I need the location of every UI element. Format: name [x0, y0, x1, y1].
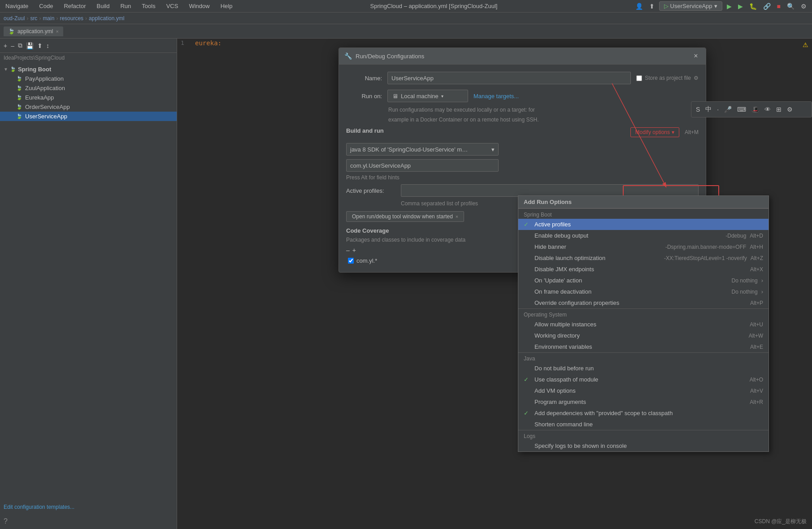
sidebar-item-payapplication[interactable]: 🍃 PayApplication: [0, 74, 177, 83]
ime-symbol-button[interactable]: ·: [715, 105, 721, 114]
tag-close-icon[interactable]: ×: [456, 214, 458, 219]
menu-code[interactable]: Code: [37, 2, 55, 10]
menu-item-on-update[interactable]: On 'Update' action Do nothing ›: [518, 275, 769, 286]
menu-navigate[interactable]: Navigate: [4, 2, 30, 10]
menu-item-vm-options[interactable]: Add VM options Alt+V: [518, 385, 769, 396]
settings-button[interactable]: ⚙: [799, 2, 808, 11]
run-config-name: UserServiceApp: [670, 3, 712, 9]
stop-button[interactable]: ■: [775, 2, 782, 11]
sidebar-item-eurekaapp[interactable]: 🍃 EurekaApp: [0, 93, 177, 102]
breadcrumb: oud-Zuul › src › main › resources › appl…: [0, 13, 812, 24]
ime-settings-button[interactable]: ⚙: [785, 105, 795, 114]
env-vars-text: Environment variables: [534, 343, 747, 350]
menu-item-override-config[interactable]: Override configuration properties Alt+P: [518, 297, 769, 308]
profile-button[interactable]: 👤: [634, 2, 645, 11]
coverage-add-button[interactable]: +: [352, 247, 356, 254]
ime-logo-button[interactable]: S: [694, 105, 702, 114]
menu-item-on-frame[interactable]: On frame deactivation Do nothing ›: [518, 286, 769, 297]
menu-refactor[interactable]: Refactor: [62, 2, 87, 10]
menu-tools[interactable]: Tools: [140, 2, 157, 10]
store-as-project-checkbox[interactable]: [636, 75, 642, 81]
menu-item-allow-multiple[interactable]: Allow multiple instances Alt+U: [518, 319, 769, 330]
coverage-run-button[interactable]: ▶: [736, 2, 745, 11]
editor-tab-application-yml[interactable]: 🍃 application.yml ×: [4, 26, 63, 36]
name-input[interactable]: [387, 72, 631, 84]
open-window-label: Open run/debug tool window when started: [352, 213, 453, 220]
menu-item-active-profiles[interactable]: ✓ Active profiles: [518, 219, 769, 230]
breadcrumb-sep1: ›: [26, 15, 28, 22]
menu-item-use-classpath[interactable]: ✓ Use classpath of module Alt+O: [518, 374, 769, 385]
menu-build[interactable]: Build: [95, 2, 112, 10]
run-button[interactable]: ▶: [725, 2, 734, 11]
menu-item-shorten-cmdline[interactable]: Shorten command line: [518, 419, 769, 430]
menu-section-spring-boot: Spring Boot: [518, 208, 769, 219]
spring-boot-header[interactable]: ▼ 🍃 Spring Boot: [0, 65, 177, 74]
breadcrumb-zuul[interactable]: oud-Zuul: [4, 15, 25, 22]
menu-help[interactable]: Help: [219, 2, 234, 10]
disable-launch-text: Disable launch optimization: [534, 255, 658, 261]
vcs-button[interactable]: ⬆: [647, 2, 656, 11]
active-profiles-input[interactable]: [401, 184, 699, 197]
breadcrumb-file[interactable]: application.yml: [89, 15, 124, 22]
coverage-remove-button[interactable]: –: [346, 247, 350, 254]
breadcrumb-src[interactable]: src: [30, 15, 37, 22]
manage-targets-link[interactable]: Manage targets...: [473, 93, 519, 100]
save-config-icon[interactable]: 💾: [26, 42, 34, 49]
top-right-toolbar: 👤 ⬆ ▷ UserServiceApp ▾ ▶ ▶ 🐛 🔗 ■ 🔍 ⚙: [634, 1, 808, 11]
breadcrumb-main[interactable]: main: [43, 15, 54, 22]
modify-options-button[interactable]: Modify options ▾: [630, 127, 679, 137]
sidebar-item-userserviceapp[interactable]: 🍃 UserServiceApp: [0, 112, 177, 121]
menu-item-program-args[interactable]: Program arguments Alt+R: [518, 396, 769, 408]
run-config-selector[interactable]: ▷ UserServiceApp ▾: [659, 1, 722, 11]
store-settings-icon[interactable]: ⚙: [694, 75, 699, 81]
main-class-input[interactable]: [346, 159, 499, 172]
menu-item-no-build[interactable]: Do not build before run: [518, 363, 769, 374]
ime-eye-button[interactable]: 👁: [763, 105, 773, 114]
ime-keyboard-button[interactable]: ⌨: [735, 105, 748, 114]
coverage-item-text: com.yl.*: [356, 257, 377, 264]
on-update-arrow-icon: ›: [761, 277, 763, 284]
menu-item-add-deps[interactable]: ✓ Add dependencies with "provided" scope…: [518, 408, 769, 419]
breadcrumb-sep2: ›: [39, 15, 41, 22]
tab-close-button[interactable]: ×: [56, 29, 58, 34]
menu-item-enable-debug[interactable]: Enable debug output -Ddebug Alt+D: [518, 230, 769, 241]
run-on-dropdown[interactable]: 🖥 Local machine ▾: [387, 90, 468, 102]
ime-voice-button[interactable]: 🎤: [722, 105, 734, 114]
menu-item-hide-banner[interactable]: Hide banner -Dspring.main.banner-mode=OF…: [518, 241, 769, 252]
sidebar-item-orderserviceapp[interactable]: 🍃 OrderServiceApp: [0, 102, 177, 112]
help-icon[interactable]: ?: [0, 514, 177, 529]
menu-section-java: Java: [518, 352, 769, 363]
coverage-item-checkbox[interactable]: [348, 258, 354, 264]
menu-run[interactable]: Run: [118, 2, 133, 10]
menu-item-specify-logs[interactable]: Specify logs to be shown in console: [518, 440, 769, 451]
menu-item-env-vars[interactable]: Environment variables Alt+E: [518, 341, 769, 352]
sdk-selector[interactable]: java 8 SDK of 'SpringCloud-UserService' …: [346, 143, 499, 156]
add-config-icon[interactable]: +: [4, 42, 7, 49]
debug-button[interactable]: 🐛: [747, 2, 759, 11]
sidebar-item-zuulapplication[interactable]: 🍃 ZuulApplication: [0, 83, 177, 93]
remove-config-icon[interactable]: –: [11, 42, 14, 49]
on-update-text: On 'Update' action: [534, 277, 725, 284]
menu-item-disable-launch[interactable]: Disable launch optimization -XX:TieredSt…: [518, 252, 769, 264]
modal-close-button[interactable]: ×: [691, 52, 700, 61]
menu-section-logs: Logs: [518, 430, 769, 440]
sdk-arrow-icon: ▾: [491, 146, 495, 153]
copy-config-icon[interactable]: ⧉: [18, 42, 22, 49]
run-hint-1: Run configurations may be executed local…: [388, 106, 699, 114]
ime-chinese-button[interactable]: 中: [703, 104, 713, 114]
move-up-icon[interactable]: ⬆: [37, 42, 43, 49]
edit-templates-link[interactable]: Edit configuration templates...: [0, 500, 177, 514]
menu-item-disable-jmx[interactable]: Disable JMX endpoints Alt+X: [518, 264, 769, 275]
breadcrumb-resources[interactable]: resources: [60, 15, 83, 22]
menu-window[interactable]: Window: [187, 2, 211, 10]
ime-hat-button[interactable]: 🎩: [750, 105, 761, 114]
open-window-tag[interactable]: Open run/debug tool window when started …: [346, 211, 464, 222]
ime-grid-button[interactable]: ⊞: [774, 105, 783, 114]
attach-button[interactable]: 🔗: [761, 2, 773, 11]
search-button[interactable]: 🔍: [785, 2, 796, 11]
menu-item-working-dir[interactable]: Working directory Alt+W: [518, 330, 769, 341]
run-config-arrow-icon: ▾: [714, 3, 717, 9]
program-args-text: Program arguments: [534, 399, 746, 405]
sort-icon[interactable]: ↕: [46, 42, 49, 49]
menu-vcs[interactable]: VCS: [165, 2, 180, 10]
